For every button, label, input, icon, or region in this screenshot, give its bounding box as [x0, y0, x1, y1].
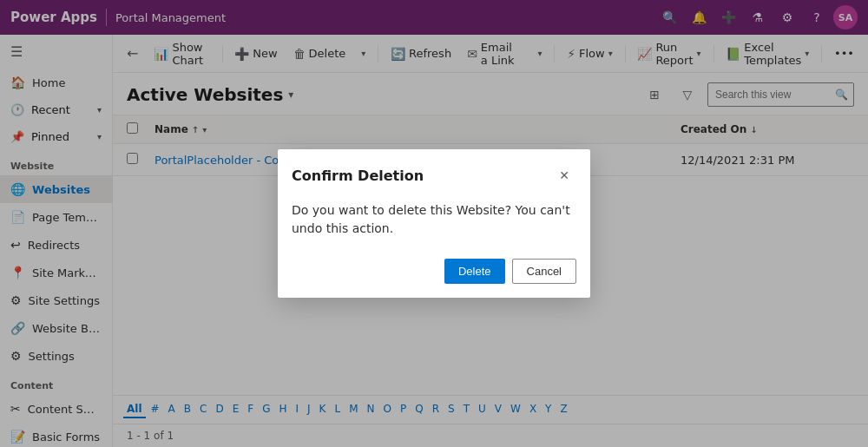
confirm-deletion-modal: Confirm Deletion ✕ Do you want to delete… [278, 149, 590, 298]
modal-overlay[interactable]: Confirm Deletion ✕ Do you want to delete… [0, 0, 868, 447]
modal-title: Confirm Deletion [292, 168, 424, 184]
modal-body: Do you want to delete this Website? You … [278, 194, 590, 259]
modal-close-button[interactable]: ✕ [552, 163, 576, 187]
modal-header: Confirm Deletion ✕ [278, 149, 590, 194]
modal-cancel-button[interactable]: Cancel [512, 259, 576, 284]
modal-delete-button[interactable]: Delete [444, 259, 505, 284]
modal-footer: Delete Cancel [278, 259, 590, 298]
